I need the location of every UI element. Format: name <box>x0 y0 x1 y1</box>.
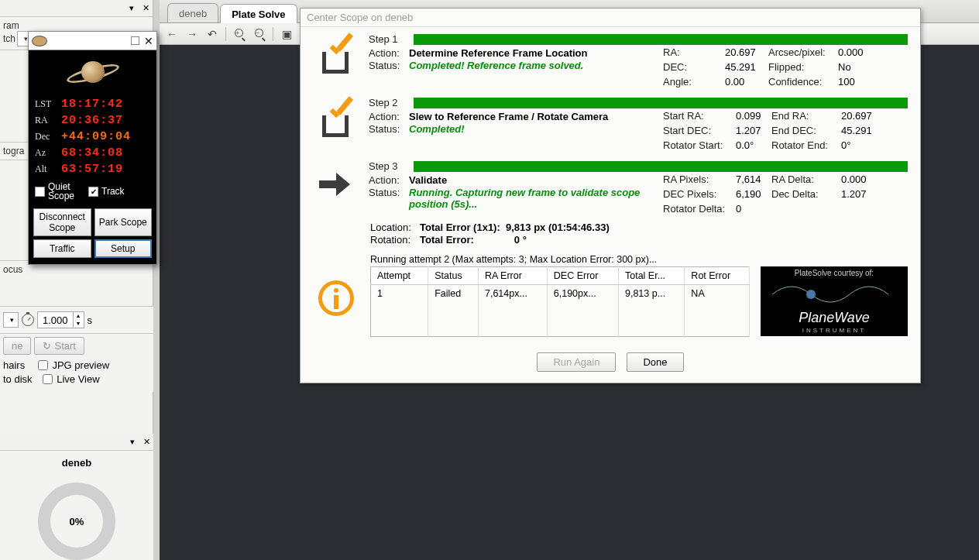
col-dec-error[interactable]: DEC Error <box>547 267 618 285</box>
dec-label: Dec <box>35 129 61 145</box>
label: DEC Pixels: <box>663 188 736 200</box>
label-bold: Total Error: <box>420 234 474 246</box>
step3-status: Running. Capturing new frame to validate… <box>409 187 649 210</box>
quiet-label: Quiet Scope <box>48 182 79 201</box>
park-scope-button[interactable]: Park Scope <box>94 208 153 236</box>
zoom-out-button[interactable]: − <box>250 26 269 43</box>
value: No <box>838 61 877 73</box>
center-scope-dialog: Center Scope on deneb Step 1 Action:Dete… <box>300 8 921 383</box>
quiet-scope-checkbox[interactable]: Quiet Scope <box>35 182 79 201</box>
col-ra-error[interactable]: RA Error <box>478 267 547 285</box>
live-view-label: Live View <box>57 373 99 385</box>
tab-plate-solve[interactable]: Plate Solve <box>220 4 297 23</box>
label: Status: <box>369 187 409 210</box>
panel-dropdown-icon[interactable]: ▾ <box>125 437 139 447</box>
jpg-preview-checkbox[interactable] <box>38 360 48 370</box>
value: 45.291 <box>841 125 880 136</box>
label: Rotation: <box>370 234 420 246</box>
value: 0.099 <box>736 110 771 122</box>
value: 9,813 px (01:54:46.33) <box>506 222 610 233</box>
svg-point-0 <box>806 290 816 299</box>
nav-forward-button[interactable]: → <box>183 26 201 43</box>
minimize-icon[interactable] <box>131 36 139 45</box>
label: Dec Delta: <box>771 188 841 200</box>
col-total-error[interactable]: Total Er... <box>618 267 684 285</box>
undo-button[interactable]: ↶ <box>203 26 222 43</box>
arrow-right-icon <box>319 173 353 196</box>
label: Status: <box>369 60 409 71</box>
dialog-title: Center Scope on deneb <box>301 9 920 27</box>
mode-dropdown[interactable] <box>3 312 19 328</box>
step1-action: Determine Reference Frame Location <box>409 47 587 59</box>
col-attempt[interactable]: Attempt <box>371 267 428 285</box>
tab-deneb[interactable]: deneb <box>167 3 218 22</box>
scope-control-window[interactable]: ✕ LST18:17:42 RA20:36:37 Dec+44:09:04 Az… <box>28 31 157 265</box>
step-3: Step 3 Action:Validate Status:Running. C… <box>301 154 920 218</box>
step3-action: Validate <box>409 174 447 186</box>
jpg-preview-label: JPG preview <box>52 359 109 371</box>
cropped-label: ram <box>3 20 149 31</box>
setup-button[interactable]: Setup <box>94 239 153 258</box>
planewave-name: Wave <box>834 310 870 325</box>
attempts-status: Running attempt 2 (Max attempts: 3; Max … <box>301 249 920 266</box>
label: Flipped: <box>768 61 838 73</box>
disconnect-scope-button[interactable]: Disconnect Scope <box>33 208 91 236</box>
panel-dropdown-icon[interactable]: ▾ <box>125 3 139 13</box>
traffic-button[interactable]: Traffic <box>33 239 91 258</box>
scope-titlebar[interactable]: ✕ <box>29 32 156 50</box>
label: Action: <box>369 111 409 122</box>
value: 0.0° <box>736 139 771 151</box>
table-row[interactable]: 1 Failed 7,614px... 6,190px... 9,813 p..… <box>371 285 750 303</box>
step-1: Step 1 Action:Determine Reference Frame … <box>301 27 920 91</box>
step2-status: Completed! <box>409 123 465 135</box>
table-row <box>371 319 750 336</box>
label: RA Pixels: <box>663 173 736 185</box>
lst-label: LST <box>35 96 61 112</box>
progress-donut: 0% <box>38 483 115 560</box>
label: Rotator Start: <box>663 139 736 151</box>
start-button[interactable]: ↻ Start <box>34 337 84 355</box>
label: RA: <box>663 46 725 58</box>
panel-close-icon[interactable]: ✕ <box>139 437 153 447</box>
label: Action: <box>369 47 409 59</box>
ne-button[interactable]: ne <box>3 337 31 355</box>
label: Action: <box>369 174 409 186</box>
value: 1.207 <box>841 188 880 200</box>
nav-back-button[interactable]: ← <box>163 26 181 43</box>
track-checkbox[interactable]: ✔Track <box>88 182 125 201</box>
value: 6,190 <box>736 188 771 200</box>
value: 0 ° <box>514 234 527 246</box>
saturn-image <box>29 50 156 94</box>
col-rot-error[interactable]: Rot Error <box>685 267 750 285</box>
value: 0.000 <box>841 173 880 185</box>
cell: Failed <box>428 285 479 303</box>
label: DEC: <box>663 61 725 73</box>
cropped-label: togra <box>3 146 24 156</box>
exposure-input[interactable]: 1.000 ▲▼ <box>37 311 84 328</box>
panel-close-icon[interactable]: ✕ <box>139 3 153 13</box>
cropped-label: hairs <box>3 359 25 371</box>
zoom-fit-button[interactable]: ▣ <box>277 26 296 43</box>
planewave-logo: PlateSolve courtesy of: PlaneWave INSTRU… <box>761 266 908 336</box>
label: Rotator Delta: <box>663 203 736 215</box>
value: 0.000 <box>838 46 877 58</box>
exposure-unit: s <box>88 314 93 326</box>
live-view-checkbox[interactable] <box>43 374 53 384</box>
run-again-button[interactable]: Run Again <box>537 352 616 372</box>
spin-up[interactable]: ▲ <box>73 312 84 320</box>
label: Start RA: <box>663 110 736 122</box>
close-icon[interactable]: ✕ <box>144 35 153 47</box>
col-status[interactable]: Status <box>428 267 479 285</box>
checkmark-icon <box>319 103 353 137</box>
label: End RA: <box>771 110 841 122</box>
coord-table: LST18:17:42 RA20:36:37 Dec+44:09:04 Az68… <box>29 94 156 182</box>
value: 20.697 <box>725 46 768 58</box>
done-button[interactable]: Done <box>627 352 683 372</box>
saturn-icon <box>32 36 47 46</box>
zoom-in-button[interactable]: + <box>230 26 249 43</box>
dec-value: +44:09:04 <box>61 129 131 145</box>
timer-icon <box>22 314 34 326</box>
value: 45.291 <box>725 61 768 73</box>
step2-action: Slew to Reference Frame / Rotate Camera <box>409 111 608 122</box>
spin-down[interactable]: ▼ <box>73 320 84 328</box>
